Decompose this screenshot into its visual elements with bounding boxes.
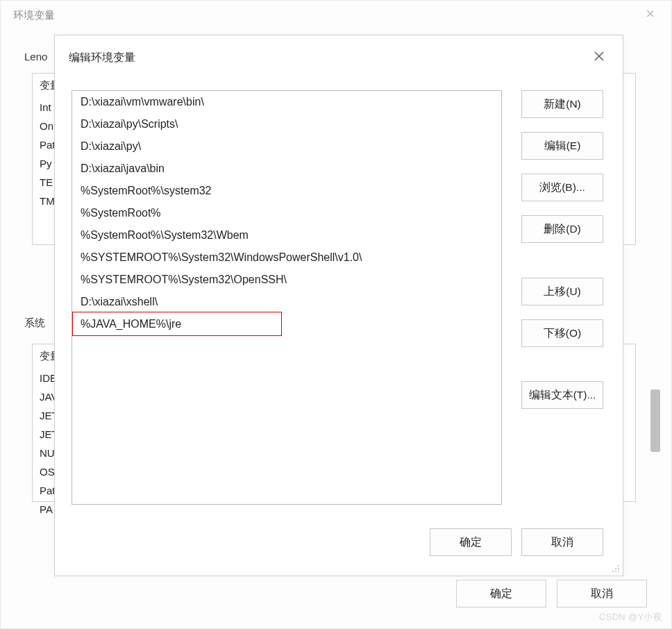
path-entry[interactable]: %SystemRoot%\System32\Wbem: [72, 224, 501, 246]
parent-close-icon[interactable]: ×: [646, 5, 655, 23]
svg-point-3: [615, 568, 616, 569]
parent-cancel-button[interactable]: 取消: [557, 580, 647, 607]
path-entry[interactable]: %SystemRoot%: [72, 202, 501, 224]
svg-point-5: [612, 571, 614, 572]
edit-text-button[interactable]: 编辑文本(T)...: [521, 381, 603, 409]
parent-window-title: 环境变量: [13, 9, 55, 22]
edit-env-var-dialog: 编辑环境变量 D:\xiazai\vm\vmware\bin\ D:\xiaza…: [54, 35, 623, 576]
cancel-button[interactable]: 取消: [521, 528, 603, 556]
user-vars-label: Leno: [22, 51, 50, 62]
path-entry[interactable]: D:\xiazai\java\bin: [72, 158, 501, 180]
watermark-text: CSDN @Y小夜: [599, 611, 662, 623]
scrollbar-thumb[interactable]: [650, 389, 660, 452]
svg-point-6: [615, 571, 616, 572]
path-entry[interactable]: %SystemRoot%\system32: [72, 180, 501, 202]
delete-button[interactable]: 删除(D): [521, 215, 603, 243]
path-entry[interactable]: D:\xiazai\py\Scripts\: [72, 113, 501, 135]
ok-button[interactable]: 确定: [430, 528, 512, 556]
system-vars-label: 系统: [22, 317, 48, 330]
move-down-button[interactable]: 下移(O): [521, 319, 603, 347]
parent-ok-button[interactable]: 确定: [456, 580, 546, 607]
path-entry[interactable]: %SYSTEMROOT%\System32\OpenSSH\: [72, 269, 501, 291]
close-icon[interactable]: [589, 47, 609, 66]
path-entry[interactable]: D:\xiazai\vm\vmware\bin\: [72, 91, 501, 113]
move-up-button[interactable]: 上移(U): [521, 278, 603, 305]
new-button[interactable]: 新建(N): [521, 90, 603, 118]
resize-grip-icon[interactable]: [610, 563, 620, 573]
path-entry[interactable]: %SYSTEMROOT%\System32\WindowsPowerShell\…: [72, 246, 501, 269]
path-listbox[interactable]: D:\xiazai\vm\vmware\bin\ D:\xiazai\py\Sc…: [72, 90, 502, 505]
path-entry[interactable]: D:\xiazai\xshell\: [72, 291, 501, 313]
edit-button[interactable]: 编辑(E): [521, 132, 603, 160]
svg-point-4: [618, 568, 619, 569]
path-entry-highlighted[interactable]: %JAVA_HOME%\jre: [72, 313, 501, 335]
svg-point-7: [618, 571, 619, 572]
svg-point-2: [618, 565, 619, 567]
path-entry[interactable]: D:\xiazai\py\: [72, 135, 501, 158]
browse-button[interactable]: 浏览(B)...: [521, 174, 603, 201]
modal-title: 编辑环境变量: [69, 51, 135, 65]
